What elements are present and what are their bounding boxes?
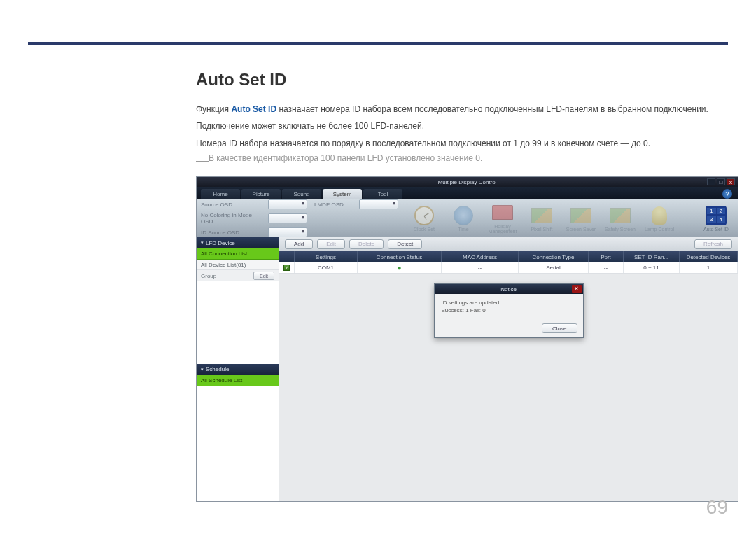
action-button-row: Add Edit Delete Detect Refresh bbox=[279, 237, 738, 251]
no-coloring-label: No Coloring in Mode OSD bbox=[201, 212, 265, 225]
id-source-osd-label: ID Source OSD bbox=[201, 230, 265, 236]
row-mac: -- bbox=[442, 262, 519, 273]
row-type: Serial bbox=[519, 262, 589, 273]
tool-lamp-label: Lamp Control bbox=[645, 227, 674, 232]
tool-safety-screen[interactable]: Safety Screen bbox=[603, 206, 638, 232]
dialog-titlebar: Notice ✕ bbox=[435, 284, 583, 294]
description-paragraph-3: Номера ID набора назначается по порядку … bbox=[196, 136, 728, 150]
tool-clock-set[interactable]: Clock Set bbox=[407, 206, 442, 232]
sidebar-lfd-header[interactable]: LFD Device bbox=[197, 237, 279, 248]
dialog-close-button[interactable]: Close bbox=[542, 323, 577, 333]
app-titlebar: Multiple Display Control — □ x bbox=[197, 177, 738, 187]
tool-time[interactable]: Time bbox=[446, 206, 481, 232]
col-mac-address: MAC Address bbox=[442, 251, 519, 262]
sidebar-schedule-header[interactable]: Schedule bbox=[197, 364, 279, 375]
dialog-body: ID settings are updated. Success: 1 Fail… bbox=[435, 294, 583, 320]
tool-pixel-label: Pixel Shift bbox=[531, 227, 552, 232]
sidebar-fill-2 bbox=[197, 386, 279, 502]
footnote: ―В качестве идентификатора 100 панели LF… bbox=[196, 153, 728, 168]
status-dot-icon: ● bbox=[397, 264, 401, 272]
para1-suffix: назначает номера ID набора всем последов… bbox=[276, 104, 708, 114]
row-range: 0 ~ 11 bbox=[624, 262, 680, 273]
row-detected: 1 bbox=[680, 262, 738, 273]
lamp-icon bbox=[652, 206, 667, 225]
row-port: -- bbox=[589, 262, 624, 273]
page-content: Auto Set ID Функция Auto Set ID назначае… bbox=[196, 70, 728, 502]
tool-saver-label: Screen Saver bbox=[566, 227, 596, 232]
tool-holiday[interactable]: Holiday Management bbox=[485, 203, 520, 234]
close-button[interactable]: x bbox=[727, 178, 735, 185]
sidebar-all-schedule[interactable]: All Schedule List bbox=[197, 375, 279, 386]
maximize-button[interactable]: □ bbox=[717, 178, 725, 185]
lmde-osd-select[interactable] bbox=[359, 199, 398, 209]
col-checkbox bbox=[279, 251, 295, 262]
col-connection-type: Connection Type bbox=[519, 251, 589, 262]
sidebar-group-row: Group Edit bbox=[197, 270, 279, 281]
ribbon-toolbar: Source OSD LMDE OSD No Coloring in Mode … bbox=[197, 199, 738, 237]
footnote-text: В качестве идентификатора 100 панели LFD… bbox=[209, 153, 482, 163]
col-setid-range: SET ID Ran... bbox=[624, 251, 680, 262]
tab-system[interactable]: System bbox=[323, 189, 362, 199]
sidebar-group-label: Group bbox=[201, 273, 216, 279]
sidebar-edit-button[interactable]: Edit bbox=[253, 272, 274, 280]
sidebar: LFD Device All Connection List All Devic… bbox=[197, 237, 279, 501]
dialog-close-icon[interactable]: ✕ bbox=[572, 285, 582, 293]
notice-dialog: Notice ✕ ID settings are updated. Succes… bbox=[434, 283, 584, 338]
detect-button[interactable]: Detect bbox=[388, 239, 422, 249]
tool-pixel-shift[interactable]: Pixel Shift bbox=[524, 206, 559, 232]
add-button[interactable]: Add bbox=[285, 239, 313, 249]
dialog-footer: Close bbox=[542, 323, 577, 333]
col-settings: Settings bbox=[295, 251, 358, 262]
app-body: LFD Device All Connection List All Devic… bbox=[197, 237, 738, 501]
edit-button[interactable]: Edit bbox=[317, 239, 345, 249]
image-icon bbox=[570, 208, 592, 223]
col-detected-devices: Detected Devices bbox=[680, 251, 738, 262]
auto-set-id-icon: 1234 bbox=[706, 206, 727, 225]
description-paragraph-1: Функция Auto Set ID назначает номера ID … bbox=[196, 102, 728, 116]
tool-autoset-label: Auto Set ID bbox=[704, 227, 729, 232]
tool-time-label: Time bbox=[458, 227, 468, 232]
page-number: 69 bbox=[706, 496, 728, 519]
sidebar-all-device[interactable]: All Device List(01) bbox=[197, 260, 279, 270]
sidebar-all-connection[interactable]: All Connection List bbox=[197, 248, 279, 260]
table-header: Settings Connection Status MAC Address C… bbox=[279, 251, 738, 262]
app-title: Multiple Display Control bbox=[438, 179, 496, 185]
tab-tool[interactable]: Tool bbox=[363, 189, 402, 199]
tab-sound[interactable]: Sound bbox=[282, 189, 321, 199]
description-paragraph-2: Подключение может включать не более 100 … bbox=[196, 119, 728, 133]
source-osd-select[interactable] bbox=[268, 199, 307, 209]
tool-holiday-label: Holiday Management bbox=[485, 224, 520, 234]
tab-home[interactable]: Home bbox=[201, 189, 240, 199]
row-settings: COM1 bbox=[295, 262, 358, 273]
minimize-button[interactable]: — bbox=[707, 178, 715, 185]
clock-icon bbox=[414, 206, 434, 225]
no-coloring-select[interactable] bbox=[268, 213, 307, 223]
image-icon bbox=[531, 208, 552, 223]
page-top-rule bbox=[28, 42, 728, 45]
globe-icon bbox=[454, 206, 473, 225]
tool-auto-set-id[interactable]: 1234 Auto Set ID bbox=[699, 206, 734, 232]
col-connection-status: Connection Status bbox=[358, 251, 442, 262]
tool-screen-saver[interactable]: Screen Saver bbox=[564, 206, 598, 232]
image-icon bbox=[610, 208, 631, 223]
dialog-line2: Success: 1 Fail: 0 bbox=[442, 307, 576, 314]
table-row[interactable]: ✓ COM1 ● -- Serial -- 0 ~ 11 1 bbox=[279, 262, 738, 274]
main-panel: Add Edit Delete Detect Refresh Settings … bbox=[279, 237, 738, 501]
row-connection-status: ● bbox=[358, 262, 442, 273]
refresh-button[interactable]: Refresh bbox=[694, 239, 732, 249]
tool-lamp-control[interactable]: Lamp Control bbox=[642, 206, 677, 232]
monitor-icon bbox=[492, 205, 513, 220]
row-checkbox-cell: ✓ bbox=[279, 262, 295, 273]
dialog-line1: ID settings are updated. bbox=[442, 300, 576, 307]
toolbar-divider bbox=[694, 203, 694, 234]
delete-button[interactable]: Delete bbox=[349, 239, 384, 249]
tool-icons-group: Clock Set Time Holiday Management Pixel … bbox=[407, 203, 690, 234]
sidebar-fill bbox=[197, 281, 279, 364]
row-checkbox[interactable]: ✓ bbox=[284, 265, 290, 271]
section-heading: Auto Set ID bbox=[196, 70, 728, 90]
id-source-osd-select[interactable] bbox=[268, 227, 307, 237]
osd-settings-group: Source OSD LMDE OSD No Coloring in Mode … bbox=[201, 199, 398, 237]
lmde-osd-label: LMDE OSD bbox=[314, 202, 356, 208]
window-controls: — □ x bbox=[707, 178, 735, 185]
tab-picture[interactable]: Picture bbox=[241, 189, 281, 199]
